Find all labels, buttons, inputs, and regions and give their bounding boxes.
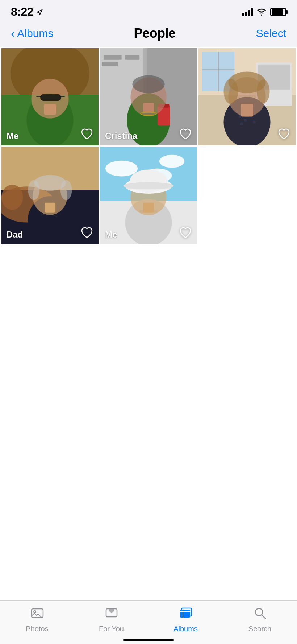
nav-bar: ‹ Albums People Select xyxy=(0,22,297,47)
svg-point-54 xyxy=(159,155,184,168)
favorite-button-cristina[interactable] xyxy=(179,127,192,142)
svg-point-32 xyxy=(244,119,247,122)
back-button[interactable]: ‹ Albums xyxy=(11,27,53,40)
svg-rect-9 xyxy=(60,96,65,97)
person-cell-dad[interactable]: Dad xyxy=(1,147,99,244)
person-cell-me-1[interactable]: Me xyxy=(1,48,99,145)
svg-point-44 xyxy=(1,185,23,210)
tab-bar: Photos For You Albums Sear xyxy=(0,600,297,644)
svg-rect-14 xyxy=(125,55,139,60)
svg-point-63 xyxy=(124,182,174,189)
svg-rect-7 xyxy=(40,94,61,101)
person-label-me1: Me xyxy=(7,131,18,141)
svg-point-21 xyxy=(132,75,164,93)
foryou-icon xyxy=(105,607,118,623)
person-cell-me-2[interactable]: Me xyxy=(100,147,197,244)
people-grid: Me xyxy=(0,47,297,245)
albums-icon xyxy=(179,607,192,623)
back-label: Albums xyxy=(17,27,53,40)
person-label-dad: Dad xyxy=(7,230,23,240)
svg-point-50 xyxy=(60,180,72,200)
svg-point-53 xyxy=(105,161,138,177)
svg-point-40 xyxy=(257,79,270,103)
svg-point-71 xyxy=(255,608,263,616)
tab-foryou-label: For You xyxy=(99,625,124,633)
svg-marker-0 xyxy=(37,9,42,15)
home-indicator xyxy=(123,639,174,641)
signal-icon xyxy=(242,8,253,16)
svg-line-72 xyxy=(262,615,265,619)
photos-icon xyxy=(31,607,44,623)
tab-search-label: Search xyxy=(248,625,271,633)
tab-photos[interactable]: Photos xyxy=(0,607,74,633)
favorite-button-dad[interactable] xyxy=(80,226,93,240)
svg-point-31 xyxy=(238,115,241,118)
svg-rect-15 xyxy=(102,62,118,66)
tab-foryou[interactable]: For You xyxy=(74,607,148,633)
location-icon xyxy=(36,8,43,16)
tab-albums[interactable]: Albums xyxy=(148,607,223,633)
person-label-cristina: Cristina xyxy=(105,131,137,141)
back-chevron-icon: ‹ xyxy=(11,27,15,39)
svg-rect-8 xyxy=(36,96,41,97)
status-time: 8:22 xyxy=(11,5,33,18)
person-label-me2: Me xyxy=(105,230,117,240)
status-icons xyxy=(242,8,286,16)
svg-rect-13 xyxy=(104,55,122,60)
svg-point-39 xyxy=(223,79,238,104)
wifi-icon xyxy=(256,8,267,16)
svg-rect-64 xyxy=(32,609,43,618)
tab-search[interactable]: Search xyxy=(223,607,297,633)
svg-point-65 xyxy=(34,611,36,613)
person-cell-cristina[interactable]: Cristina xyxy=(100,48,197,145)
svg-point-35 xyxy=(240,122,243,125)
favorite-button-me1[interactable] xyxy=(80,127,93,142)
battery-icon xyxy=(270,8,286,16)
favorite-button-me2[interactable] xyxy=(179,226,192,240)
person-cell-unknown[interactable] xyxy=(198,48,296,145)
status-bar: 8:22 xyxy=(0,0,297,22)
tab-albums-label: Albums xyxy=(173,625,198,633)
select-button[interactable]: Select xyxy=(256,27,286,40)
page-title: People xyxy=(134,26,175,41)
tab-photos-label: Photos xyxy=(26,625,48,633)
favorite-button-unknown[interactable] xyxy=(277,127,290,142)
svg-point-34 xyxy=(253,121,256,124)
search-icon xyxy=(254,607,267,623)
svg-point-49 xyxy=(28,180,39,200)
